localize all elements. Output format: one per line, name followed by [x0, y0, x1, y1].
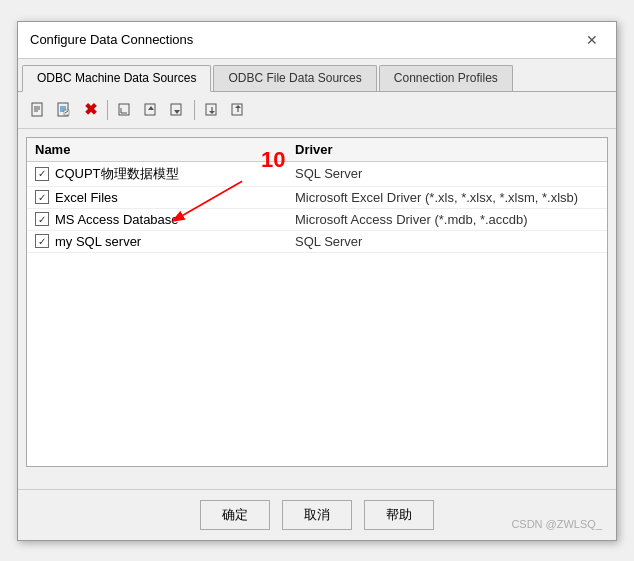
column-header-name: Name	[35, 142, 295, 157]
move-down-button[interactable]	[165, 98, 189, 122]
svg-marker-14	[148, 106, 154, 110]
import-icon	[204, 102, 220, 118]
table-header: Name Driver	[27, 138, 607, 162]
row-driver-3: Microsoft Access Driver (*.mdb, *.accdb)	[295, 212, 599, 227]
toolbar-separator-2	[194, 100, 195, 120]
table-row[interactable]: CQUPT物理数据模型 SQL Server	[27, 162, 607, 187]
new-icon	[30, 102, 46, 118]
import-button[interactable]	[200, 98, 224, 122]
tab-odbc-file[interactable]: ODBC File Data Sources	[213, 65, 376, 91]
table-row[interactable]: MS Access Database Microsoft Access Driv…	[27, 209, 607, 231]
svg-marker-19	[209, 111, 215, 114]
tab-bar: ODBC Machine Data Sources ODBC File Data…	[18, 59, 616, 92]
row-name-3: MS Access Database	[35, 212, 295, 227]
svg-marker-22	[235, 105, 241, 108]
configure-data-connections-dialog: Configure Data Connections ✕ ODBC Machin…	[17, 21, 617, 541]
export-icon	[230, 102, 246, 118]
row-driver-2: Microsoft Excel Driver (*.xls, *.xlsx, *…	[295, 190, 599, 205]
content-area: Name Driver CQUPT物理数据模型 SQL Server Excel…	[18, 129, 616, 489]
toolbar: ✖	[18, 92, 616, 129]
tab-connection-profiles[interactable]: Connection Profiles	[379, 65, 513, 91]
move-up-button[interactable]	[139, 98, 163, 122]
row-driver-4: SQL Server	[295, 234, 599, 249]
refresh-button[interactable]	[113, 98, 137, 122]
row-name-2: Excel Files	[35, 190, 295, 205]
svg-rect-15	[171, 104, 181, 115]
checkbox-2[interactable]	[35, 190, 49, 204]
dialog-title: Configure Data Connections	[30, 32, 193, 47]
delete-button[interactable]: ✖	[78, 98, 102, 122]
checkbox-3[interactable]	[35, 212, 49, 226]
toolbar-separator-1	[107, 100, 108, 120]
tab-odbc-machine[interactable]: ODBC Machine Data Sources	[22, 65, 211, 92]
close-button[interactable]: ✕	[580, 30, 604, 50]
data-table: Name Driver CQUPT物理数据模型 SQL Server Excel…	[26, 137, 608, 467]
svg-rect-20	[232, 104, 242, 115]
checkbox-1[interactable]	[35, 167, 49, 181]
refresh-icon	[117, 102, 133, 118]
footer: 确定 取消 帮助 CSDN @ZWLSQ_	[18, 489, 616, 540]
row-name-1: CQUPT物理数据模型	[35, 165, 295, 183]
column-header-driver: Driver	[295, 142, 599, 157]
row-driver-1: SQL Server	[295, 166, 599, 181]
svg-rect-17	[206, 104, 216, 115]
cancel-button[interactable]: 取消	[282, 500, 352, 530]
table-row[interactable]: Excel Files Microsoft Excel Driver (*.xl…	[27, 187, 607, 209]
new-button[interactable]	[26, 98, 50, 122]
edit-button[interactable]	[52, 98, 76, 122]
checkbox-4[interactable]	[35, 234, 49, 248]
title-bar: Configure Data Connections ✕	[18, 22, 616, 59]
content-wrapper: Name Driver CQUPT物理数据模型 SQL Server Excel…	[26, 137, 608, 467]
help-button[interactable]: 帮助	[364, 500, 434, 530]
svg-marker-16	[174, 110, 180, 114]
edit-icon	[56, 102, 72, 118]
move-down-icon	[169, 102, 185, 118]
watermark: CSDN @ZWLSQ_	[511, 518, 602, 530]
row-name-4: my SQL server	[35, 234, 295, 249]
table-row[interactable]: my SQL server SQL Server	[27, 231, 607, 253]
export-button[interactable]	[226, 98, 250, 122]
move-up-icon	[143, 102, 159, 118]
confirm-button[interactable]: 确定	[200, 500, 270, 530]
